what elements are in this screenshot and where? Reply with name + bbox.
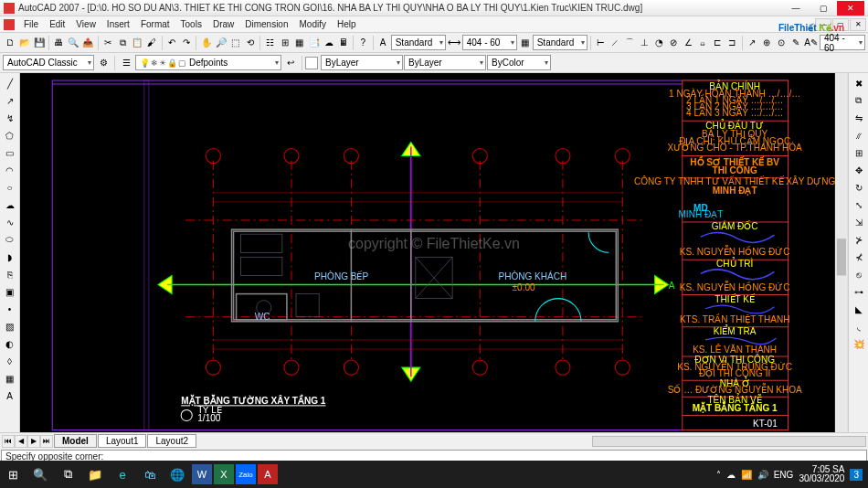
close-button[interactable]: ✕ xyxy=(837,1,864,16)
designcenter-icon[interactable]: ⊞ xyxy=(278,35,291,51)
menu-dimension[interactable]: Dimension xyxy=(239,17,293,31)
menu-file[interactable]: File xyxy=(18,17,44,31)
table-icon[interactable]: ▦ xyxy=(2,370,18,387)
autocad-task-icon[interactable]: A xyxy=(258,464,278,484)
mdi-close-button[interactable]: ✕ xyxy=(850,18,866,31)
array-icon[interactable]: ⊞ xyxy=(851,144,867,161)
dimstyle-dropdown[interactable]: 404 - 60 xyxy=(462,35,517,50)
print-icon[interactable]: 🖶 xyxy=(52,35,66,51)
join-icon[interactable]: ⊶ xyxy=(851,283,867,300)
hscroll[interactable] xyxy=(592,436,866,447)
chrome-icon[interactable]: 🌐 xyxy=(164,461,190,487)
lineweight-dropdown[interactable]: ByLayer xyxy=(404,55,486,70)
zoomwin-icon[interactable]: ⬚ xyxy=(228,35,242,51)
dim-edit-icon[interactable]: ✎ xyxy=(789,35,802,51)
menu-draw[interactable]: Draw xyxy=(207,17,239,31)
rotate-icon[interactable]: ↻ xyxy=(851,179,867,196)
layer-manager-icon[interactable]: ☰ xyxy=(118,55,134,71)
dim-base-icon[interactable]: ⊏ xyxy=(711,35,725,51)
leader-icon[interactable]: ↗ xyxy=(745,35,758,51)
tab-model[interactable]: Model xyxy=(54,434,97,448)
tray-wifi-icon[interactable]: 📶 xyxy=(741,470,752,480)
break-icon[interactable]: ⎋ xyxy=(851,266,867,282)
workspace-dropdown[interactable]: AutoCAD Classic xyxy=(3,55,94,70)
hatch-icon[interactable]: ▨ xyxy=(2,318,18,334)
sheetset-icon[interactable]: 📑 xyxy=(307,35,321,51)
menu-insert[interactable]: Insert xyxy=(101,17,135,31)
drawing-canvas[interactable]: A xyxy=(20,73,848,432)
cut-icon[interactable]: ✂ xyxy=(101,35,115,51)
polygon-icon[interactable]: ⬠ xyxy=(2,127,18,143)
ellipse-icon[interactable]: ⬭ xyxy=(2,231,18,248)
fillet-icon[interactable]: ◟ xyxy=(851,318,867,334)
dim-current-dropdown[interactable]: 404 - 60 xyxy=(820,35,865,50)
matchprop-icon[interactable]: 🖌 xyxy=(145,35,159,51)
mtext-icon[interactable]: A xyxy=(2,387,18,404)
tablestyle-icon[interactable]: ▦ xyxy=(518,35,532,51)
block-icon[interactable]: ▣ xyxy=(2,283,18,300)
mirror-icon[interactable]: ⇋ xyxy=(851,110,867,126)
textstyle-dropdown[interactable]: Standard xyxy=(391,35,446,50)
maximize-button[interactable]: ▢ xyxy=(810,1,837,16)
open-icon[interactable]: 📂 xyxy=(17,35,31,51)
center-icon[interactable]: ⊙ xyxy=(774,35,788,51)
textstyle-icon[interactable]: A xyxy=(376,35,390,51)
excel-icon[interactable]: X xyxy=(214,464,234,484)
menu-tools[interactable]: Tools xyxy=(175,17,207,31)
tab-last-icon[interactable]: ⏭ xyxy=(40,435,53,448)
workspace-settings-icon[interactable]: ⚙ xyxy=(95,55,111,71)
menu-edit[interactable]: Edit xyxy=(44,17,70,31)
pan-icon[interactable]: ✋ xyxy=(199,35,213,51)
move-icon[interactable]: ✥ xyxy=(851,162,867,178)
layer-dropdown[interactable]: 💡❄☀🔒▢ Defpoints xyxy=(135,55,281,70)
menu-format[interactable]: Format xyxy=(135,17,175,31)
scale-icon[interactable]: ⤡ xyxy=(851,196,867,213)
tab-layout1[interactable]: Layout1 xyxy=(98,434,147,448)
erase-icon[interactable]: ✖ xyxy=(851,75,867,91)
circle-icon[interactable]: ○ xyxy=(2,179,18,196)
redo-icon[interactable]: ↷ xyxy=(179,35,193,51)
vscroll-thumb[interactable] xyxy=(837,239,846,275)
preview-icon[interactable]: 🔍 xyxy=(67,35,80,51)
tray-chevron-icon[interactable]: ˄ xyxy=(716,470,721,480)
tolerance-icon[interactable]: ⊕ xyxy=(759,35,773,51)
menu-help[interactable]: Help xyxy=(332,17,362,31)
spline-icon[interactable]: ∿ xyxy=(2,214,18,230)
gradient-icon[interactable]: ◐ xyxy=(2,335,18,352)
tray-date[interactable]: 30/03/2020 xyxy=(799,474,844,483)
revcloud-icon[interactable]: ☁ xyxy=(2,196,18,213)
menu-modify[interactable]: Modify xyxy=(294,17,332,31)
stretch-icon[interactable]: ⇲ xyxy=(851,214,867,230)
tray-cloud-icon[interactable]: ☁ xyxy=(726,470,736,480)
zoom-icon[interactable]: 🔎 xyxy=(214,35,228,51)
tab-prev-icon[interactable]: ◀ xyxy=(15,435,27,448)
layer-previous-icon[interactable]: ↩ xyxy=(282,55,299,71)
dimstyle-icon[interactable]: ⟷ xyxy=(447,35,461,51)
tray-volume-icon[interactable]: 🔊 xyxy=(757,470,768,480)
chamfer-icon[interactable]: ◣ xyxy=(851,301,867,317)
dim-linear-icon[interactable]: ⊢ xyxy=(594,35,608,51)
explorer-icon[interactable]: 📁 xyxy=(82,461,108,487)
tab-first-icon[interactable]: ⏮ xyxy=(2,435,15,448)
dim-arc-icon[interactable]: ⌒ xyxy=(623,35,637,51)
tray-lang[interactable]: ENG xyxy=(774,470,794,480)
dim-ord-icon[interactable]: ⊥ xyxy=(638,35,651,51)
start-button[interactable]: ⊞ xyxy=(0,461,26,487)
rect-icon[interactable]: ▭ xyxy=(2,144,18,161)
xline-icon[interactable]: ↗ xyxy=(2,92,18,109)
new-icon[interactable]: 🗋 xyxy=(3,35,16,51)
edge-icon[interactable]: e xyxy=(110,461,135,487)
dim-tedit-icon[interactable]: A✎ xyxy=(803,35,819,51)
markup-icon[interactable]: ☁ xyxy=(322,35,335,51)
dim-aligned-icon[interactable]: ⟋ xyxy=(609,35,622,51)
dim-angle-icon[interactable]: ∠ xyxy=(682,35,695,51)
copy-obj-icon[interactable]: ⧉ xyxy=(851,92,867,109)
paste-icon[interactable]: 📋 xyxy=(131,35,144,51)
calc-icon[interactable]: 🖩 xyxy=(336,35,350,51)
properties-icon[interactable]: ☷ xyxy=(263,35,277,51)
linetype-dropdown[interactable]: ByLayer xyxy=(321,55,403,70)
arc-icon[interactable]: ◠ xyxy=(2,162,18,178)
zoomprev-icon[interactable]: ⟲ xyxy=(243,35,257,51)
color-swatch[interactable] xyxy=(305,57,318,69)
tab-next-icon[interactable]: ▶ xyxy=(27,435,40,448)
